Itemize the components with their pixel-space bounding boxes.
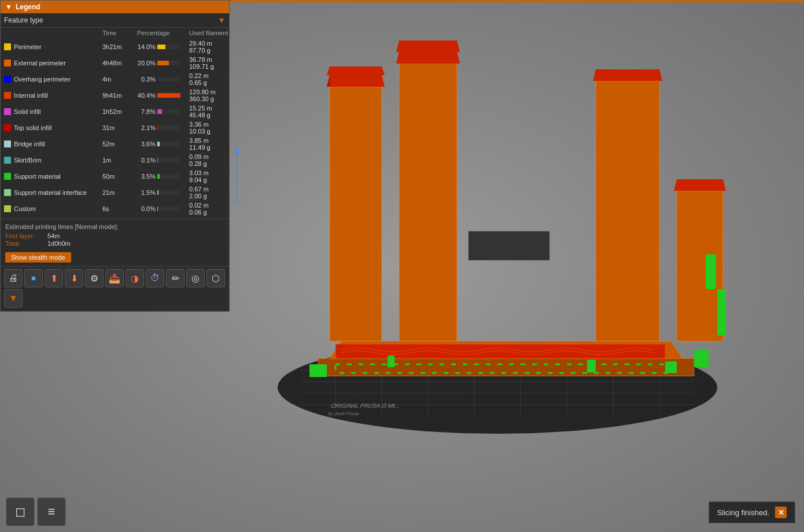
bar-cell-0: 14.0% [137, 43, 189, 50]
bar-bg-3 [157, 93, 180, 98]
layers-view-btn[interactable]: ≡ [37, 497, 66, 526]
legend-row[interactable]: Top solid infill 31m 2.1% 3.36 m 10.03 g [1, 120, 229, 136]
3d-view-btn[interactable]: ◻ [6, 497, 35, 526]
feature-name-8: Support material [4, 173, 102, 180]
export-icon[interactable]: ▼ [4, 289, 23, 308]
legend-title: Legend [16, 3, 40, 11]
grams-val-1: 109.71 g [189, 63, 241, 70]
bar-cell-3: 40.4% [137, 92, 189, 99]
feature-name-5: Top solid infill [4, 124, 102, 131]
bar-bg-7 [157, 158, 180, 162]
pct-val-1: 20.0% [137, 60, 156, 66]
svg-rect-109 [587, 360, 596, 372]
feature-label-8: Support material [14, 173, 61, 180]
time-val-0: 3h21m [102, 43, 137, 50]
color-swatch-8 [4, 173, 11, 180]
filament-cell-7: 0.09 m 0.28 g [189, 153, 241, 167]
time-val-1: 4h48m [102, 60, 137, 66]
time-val-9: 21m [102, 189, 137, 196]
feature-name-9: Support material interface [4, 189, 102, 196]
first-layer-value: 54m [47, 232, 60, 239]
feature-label-1: External perimeter [14, 60, 66, 66]
color-swatch-5 [4, 124, 11, 131]
svg-line-118 [237, 202, 266, 220]
viewport: ORIGINAL PRUSA I3 Mk... by Josef Prusa [0, 0, 804, 532]
timing-rows: First layer: 54m Total: 1d0h0m [1, 231, 229, 250]
feature-type-dropdown-arrow[interactable]: ▼ [217, 16, 226, 25]
up-icon[interactable]: ⬆ [45, 269, 63, 287]
time-icon[interactable]: ⏱ [146, 269, 164, 287]
pct-val-7: 0.1% [137, 157, 156, 164]
legend-panel: ▼ Legend Feature type ▼ Time Percentage … [0, 0, 230, 312]
feature-name-6: Bridge infill [4, 141, 102, 147]
legend-row[interactable]: Overhang perimeter 4m 0.3% 0.22 m 0.65 g [1, 71, 229, 87]
filament-cell-3: 120.80 m 360.30 g [189, 88, 241, 102]
meters-val-4: 15.25 m [189, 105, 241, 112]
pct-val-0: 14.0% [137, 43, 156, 50]
legend-row[interactable]: Support material interface 21m 1.5% 0.67… [1, 184, 229, 201]
first-layer-label: First layer: [5, 232, 43, 239]
meters-val-10: 0.02 m [189, 202, 241, 209]
top-bar [230, 0, 804, 2]
feature-label-9: Support material interface [14, 189, 87, 196]
feature-label-6: Bridge infill [14, 141, 45, 147]
time-val-2: 4m [102, 76, 137, 83]
bar-fill-8 [157, 174, 160, 179]
slicing-message: Slicing finished. [717, 508, 769, 517]
color-swatch-0 [4, 43, 11, 50]
svg-marker-67 [469, 231, 549, 260]
svg-marker-105 [674, 179, 726, 191]
down-icon[interactable]: ⬇ [65, 269, 83, 287]
filament-cell-5: 3.36 m 10.03 g [189, 121, 241, 135]
sphere-icon[interactable]: ◎ [186, 269, 205, 287]
svg-rect-106 [309, 364, 327, 377]
color-swatch-4 [4, 108, 11, 115]
legend-row[interactable]: Perimeter 3h21m 14.0% 29.40 m 87.70 g [1, 39, 229, 55]
layers-icon[interactable]: ⚙ [85, 269, 104, 287]
filament-cell-0: 29.40 m 87.70 g [189, 40, 241, 54]
legend-row[interactable]: Skirt/Brim 1m 0.1% 0.09 m 0.28 g [1, 152, 229, 168]
import-icon[interactable]: 📥 [105, 269, 124, 287]
svg-marker-66 [396, 52, 460, 64]
legend-row[interactable]: External perimeter 4h48m 20.0% 36.78 m 1… [1, 55, 229, 71]
color-swatch-9 [4, 189, 11, 196]
grams-val-5: 10.03 g [189, 128, 241, 135]
legend-header[interactable]: ▼ Legend [1, 1, 229, 13]
bar-cell-10: 0.0% [137, 205, 189, 212]
feature-label-2: Overhang perimeter [14, 76, 71, 83]
bar-fill-9 [157, 190, 158, 195]
legend-row[interactable]: Internal infill 9h41m 40.4% 120.80 m 360… [1, 87, 229, 104]
bar-fill-2 [157, 77, 158, 82]
extruder-icon[interactable]: ● [24, 269, 43, 287]
filament-cell-10: 0.02 m 0.06 g [189, 202, 241, 216]
edit-icon[interactable]: ✏ [166, 269, 185, 287]
bar-fill-1 [157, 61, 169, 65]
bar-bg-2 [157, 77, 180, 82]
time-val-6: 52m [102, 141, 137, 147]
filament-cell-4: 15.25 m 45.48 g [189, 105, 241, 119]
legend-row[interactable]: Bridge infill 52m 3.6% 3.85 m 11.49 g [1, 136, 229, 152]
bar-fill-3 [157, 93, 180, 98]
col-filament: Used filament [189, 29, 241, 36]
pct-val-2: 0.3% [137, 76, 156, 83]
svg-marker-115 [327, 66, 385, 75]
bar-bg-6 [157, 142, 180, 146]
hex-icon[interactable]: ⬡ [206, 269, 225, 287]
legend-row[interactable]: Solid infill 1h52m 7.8% 15.25 m 45.48 g [1, 104, 229, 120]
feature-name-2: Overhang perimeter [4, 76, 102, 83]
bar-cell-5: 2.1% [137, 124, 189, 131]
legend-row[interactable]: Support material 50m 3.5% 3.03 m 9.04 g [1, 168, 229, 184]
filament-cell-9: 0.67 m 2.00 g [189, 186, 241, 200]
bar-bg-9 [157, 190, 180, 195]
grams-val-9: 2.00 g [189, 193, 241, 200]
bar-bg-0 [157, 45, 180, 49]
bar-bg-5 [157, 125, 180, 130]
legend-row[interactable]: Custom 6s 0.0% 0.02 m 0.06 g [1, 201, 229, 217]
slicing-close-button[interactable]: ✕ [775, 507, 787, 518]
stealth-mode-button[interactable]: Show stealth mode [5, 252, 71, 263]
color-swatch-6 [4, 141, 11, 147]
total-label: Total: [5, 240, 43, 247]
color-icon[interactable]: ◑ [126, 269, 144, 287]
printer-icon[interactable]: 🖨 [4, 269, 23, 287]
feature-name-3: Internal infill [4, 92, 102, 99]
